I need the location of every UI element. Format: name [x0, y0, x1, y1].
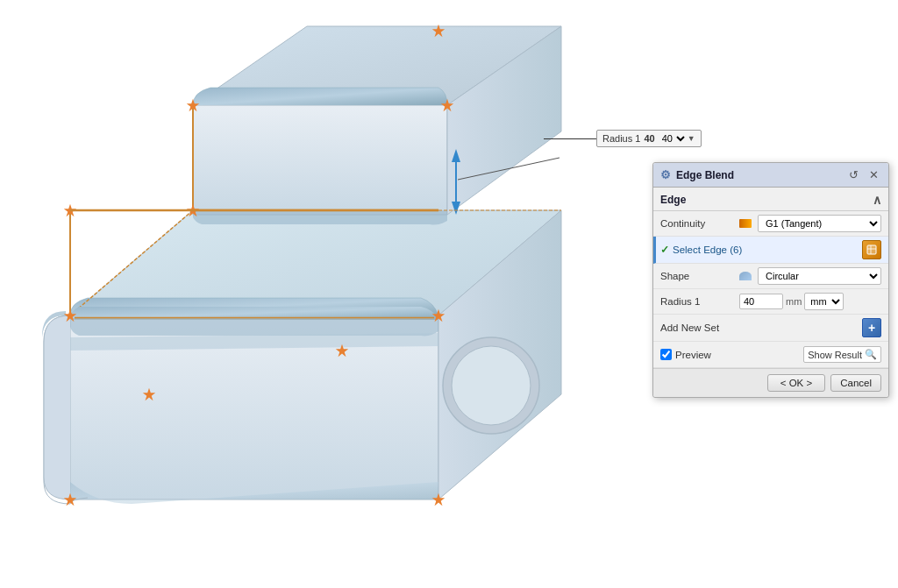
- select-edge-row[interactable]: ✓ Select Edge (6): [653, 237, 888, 264]
- radius-callout-box[interactable]: Radius 1 40 40 20 60 ▼: [596, 130, 702, 147]
- svg-marker-7: [193, 105, 447, 215]
- 3d-select-icon: [866, 244, 878, 256]
- select-edge-3d-button[interactable]: [862, 240, 881, 259]
- section-edge-label: Edge: [660, 194, 686, 206]
- ok-button[interactable]: < OK >: [767, 374, 825, 392]
- settings-icon: ⚙: [660, 168, 671, 181]
- select-edge-group: ✓ Select Edge (6): [660, 244, 862, 256]
- add-new-set-row: Add New Set +: [653, 315, 888, 342]
- preview-label: Preview: [675, 350, 711, 360]
- cancel-button[interactable]: Cancel: [830, 374, 881, 392]
- check-icon: ✓: [660, 244, 669, 256]
- radius-input-group: mm mm in ft: [739, 293, 881, 310]
- panel-titlebar: ⚙ Edge Blend ↺ ✕: [653, 163, 888, 188]
- show-result-button[interactable]: Show Result 🔍: [803, 346, 881, 363]
- radius1-unit-select[interactable]: mm in ft: [804, 293, 844, 310]
- radius1-unit: mm: [786, 296, 802, 307]
- preview-checkbox[interactable]: [660, 349, 672, 360]
- callout-arrow-icon: ▼: [688, 134, 695, 143]
- select-edge-label: Select Edge (6): [673, 244, 742, 255]
- shape-label: Shape: [660, 271, 739, 281]
- svg-point-18: [452, 346, 531, 425]
- shape-value-group: Circular Conic Cubic: [739, 267, 881, 285]
- continuity-label: Continuity: [660, 218, 739, 229]
- callout-line: [544, 138, 596, 139]
- radius-callout-label: Radius 1: [602, 133, 640, 144]
- 3d-model-canvas: [18, 18, 614, 561]
- show-result-label: Show Result: [808, 350, 862, 360]
- panel-footer: < OK > Cancel: [653, 368, 888, 397]
- panel-controls: ↺ ✕: [846, 167, 881, 182]
- radius1-label: Radius 1: [660, 296, 739, 307]
- shape-curve-icon: [739, 272, 752, 280]
- section-edge-header: Edge ∧: [653, 188, 888, 211]
- reset-button[interactable]: ↺: [846, 167, 861, 182]
- panel-title-group: ⚙ Edge Blend: [660, 168, 734, 181]
- edge-blend-panel: ⚙ Edge Blend ↺ ✕ Edge ∧ Continuity G1 (T…: [652, 162, 889, 398]
- plus-icon: +: [868, 321, 875, 335]
- panel-title: Edge Blend: [676, 169, 734, 181]
- radius-callout: Radius 1 40 40 20 60 ▼: [544, 130, 702, 147]
- section-toggle-icon[interactable]: ∧: [873, 193, 881, 207]
- shape-row: Shape Circular Conic Cubic: [653, 264, 888, 289]
- radius-callout-dropdown[interactable]: 40 20 60: [659, 132, 688, 145]
- close-button[interactable]: ✕: [866, 167, 881, 182]
- add-new-set-button[interactable]: +: [862, 318, 881, 337]
- radius1-value-group: mm mm in ft: [739, 293, 881, 310]
- radius1-row: Radius 1 mm mm in ft: [653, 289, 888, 315]
- radius-callout-value: 40: [644, 133, 654, 144]
- continuity-select[interactable]: G1 (Tangent) G0 (Position) G2 (Curvature…: [758, 215, 881, 232]
- svg-rect-0: [867, 245, 876, 254]
- preview-left-group: Preview: [660, 349, 711, 360]
- continuity-curve-icon: [739, 219, 752, 228]
- continuity-row: Continuity G1 (Tangent) G0 (Position) G2…: [653, 211, 888, 237]
- add-new-set-label: Add New Set: [660, 322, 739, 333]
- radius1-input[interactable]: [739, 294, 783, 309]
- 3d-model-svg: [18, 18, 614, 561]
- add-new-set-value: +: [739, 318, 881, 337]
- continuity-value-group: G1 (Tangent) G0 (Position) G2 (Curvature…: [739, 215, 881, 232]
- search-icon: 🔍: [865, 349, 877, 360]
- preview-row: Preview Show Result 🔍: [653, 342, 888, 368]
- shape-select[interactable]: Circular Conic Cubic: [758, 267, 881, 285]
